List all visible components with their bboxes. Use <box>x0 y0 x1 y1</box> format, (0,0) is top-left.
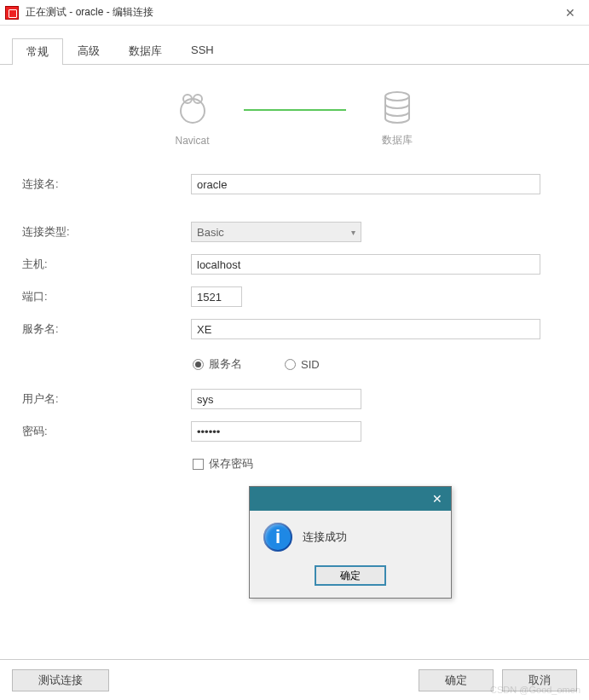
svg-point-3 <box>385 92 409 101</box>
service-name-input[interactable] <box>191 319 540 339</box>
port-input[interactable] <box>191 286 242 307</box>
conn-type-label: 连接类型: <box>20 224 191 240</box>
tab-advanced[interactable]: 高级 <box>63 38 114 64</box>
tab-bar: 常规 高级 数据库 SSH <box>0 26 589 65</box>
host-input[interactable] <box>191 254 540 275</box>
tab-database[interactable]: 数据库 <box>114 38 176 64</box>
conn-name-input[interactable] <box>191 174 540 194</box>
watermark: CSDN @Good_omen <box>490 685 580 695</box>
radio-sid[interactable]: SID <box>285 356 320 372</box>
app-icon <box>5 6 19 20</box>
close-icon[interactable]: ✕ <box>551 0 589 26</box>
radio-icon <box>285 359 296 370</box>
username-label: 用户名: <box>20 391 191 407</box>
checkbox-icon <box>193 459 204 470</box>
host-label: 主机: <box>20 257 191 272</box>
info-icon: i <box>263 523 292 552</box>
save-password-checkbox[interactable]: 保存密码 <box>191 456 540 471</box>
content-area: Navicat 数据库 连接名: 连接类型: Basic ▾ 主机: <box>0 65 589 502</box>
radio-service-name-label: 服务名 <box>209 356 242 372</box>
radio-service-name[interactable]: 服务名 <box>193 356 242 372</box>
navicat-icon <box>176 92 210 126</box>
username-input[interactable] <box>191 389 361 409</box>
service-name-label: 服务名: <box>20 321 191 337</box>
conn-type-value: Basic <box>197 226 224 239</box>
conn-type-select[interactable]: Basic ▾ <box>191 222 361 242</box>
window-title: 正在测试 - oracle - 编辑连接 <box>26 5 551 20</box>
test-connection-button[interactable]: 测试连接 <box>12 669 109 691</box>
connector-line <box>244 109 346 111</box>
dialog-titlebar: ✕ <box>250 487 451 511</box>
tab-general[interactable]: 常规 <box>12 38 63 65</box>
password-input[interactable] <box>191 421 361 442</box>
diagram-left-label: Navicat <box>175 135 209 147</box>
dialog-close-icon[interactable]: ✕ <box>424 487 451 511</box>
conn-name-label: 连接名: <box>20 176 191 192</box>
chevron-down-icon: ▾ <box>351 228 355 237</box>
diagram-right-label: 数据库 <box>382 133 413 148</box>
dialog-ok-button[interactable]: 确定 <box>315 565 386 586</box>
tab-ssh[interactable]: SSH <box>176 38 228 64</box>
radio-icon <box>193 359 204 370</box>
password-label: 密码: <box>20 424 191 439</box>
port-label: 端口: <box>20 289 191 304</box>
save-password-label: 保存密码 <box>209 456 253 471</box>
dialog-message: 连接成功 <box>303 529 347 545</box>
result-dialog: ✕ i 连接成功 确定 <box>249 486 452 599</box>
database-icon <box>382 90 413 124</box>
radio-sid-label: SID <box>301 358 320 371</box>
connection-diagram: Navicat 数据库 <box>20 90 569 148</box>
ok-button[interactable]: 确定 <box>419 669 494 691</box>
titlebar: 正在测试 - oracle - 编辑连接 ✕ <box>0 0 589 26</box>
